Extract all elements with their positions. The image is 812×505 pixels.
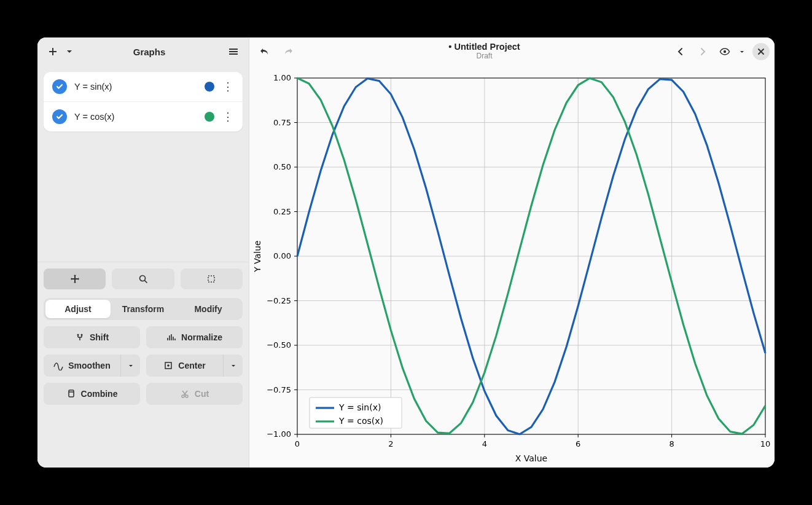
color-swatch[interactable] (205, 112, 214, 122)
cut-button: Cut (146, 383, 243, 405)
svg-text:Y = cos(x): Y = cos(x) (338, 416, 383, 426)
svg-text:−0.25: −0.25 (267, 296, 291, 305)
tab-modify[interactable]: Modify (176, 300, 241, 318)
redo-button[interactable] (278, 41, 299, 62)
shift-label: Shift (90, 332, 109, 342)
close-button[interactable] (752, 43, 770, 60)
svg-text:0.00: 0.00 (273, 251, 291, 260)
zoom-tool-button[interactable] (112, 268, 174, 289)
main-area: • Untitled Project Draft (249, 37, 775, 468)
svg-text:Y Value: Y Value (252, 240, 262, 272)
kebab-icon[interactable]: ⋮ (222, 111, 234, 122)
combine-button[interactable]: Combine (44, 383, 140, 405)
tab-adjust[interactable]: Adjust (45, 300, 111, 318)
svg-text:0.50: 0.50 (273, 162, 291, 171)
tool-mode-row (37, 262, 249, 294)
sidebar-title: Graphs (76, 47, 223, 57)
svg-text:−0.75: −0.75 (267, 385, 291, 394)
select-tool-button[interactable] (181, 268, 243, 289)
svg-rect-6 (69, 390, 74, 397)
graph-item-sin[interactable]: Y = sin(x) ⋮ (44, 72, 243, 101)
combine-label: Combine (81, 389, 118, 399)
svg-text:0.25: 0.25 (273, 207, 291, 216)
sidebar-header: Graphs (37, 37, 249, 66)
hamburger-menu-button[interactable] (223, 41, 244, 62)
sidebar: Graphs Y = sin(x) ⋮ Y (37, 37, 249, 468)
svg-text:8: 8 (669, 439, 674, 448)
check-icon[interactable] (52, 109, 67, 124)
undo-button[interactable] (254, 41, 275, 62)
main-header: • Untitled Project Draft (249, 37, 775, 66)
center-menu-caret[interactable] (223, 354, 243, 377)
svg-point-5 (168, 364, 170, 367)
graph-item-label: Y = cos(x) (74, 112, 197, 122)
smoothen-button[interactable]: Smoothen (44, 354, 120, 377)
smoothen-label: Smoothen (68, 361, 110, 370)
svg-text:−0.50: −0.50 (267, 340, 291, 350)
svg-text:X Value: X Value (515, 453, 548, 463)
svg-text:2: 2 (388, 439, 393, 448)
plot-area[interactable]: 0246810−1.00−0.75−0.50−0.250.000.250.500… (249, 66, 775, 468)
svg-text:−1.00: −1.00 (267, 429, 291, 439)
svg-text:6: 6 (576, 439, 580, 448)
view-menu-caret[interactable] (736, 41, 748, 62)
tab-transform[interactable]: Transform (111, 300, 176, 318)
view-menu-button[interactable] (714, 41, 735, 62)
normalize-button[interactable]: Normalize (146, 326, 243, 348)
operation-tabs: Adjust Transform Modify (44, 298, 243, 320)
check-icon[interactable] (52, 79, 67, 94)
operations-grid: Shift Normalize Smoothen Center (37, 326, 249, 412)
smoothen-menu-caret[interactable] (120, 354, 140, 377)
graph-item-label: Y = sin(x) (74, 82, 197, 92)
svg-text:1.00: 1.00 (273, 73, 291, 82)
chart-svg: 0246810−1.00−0.75−0.50−0.250.000.250.500… (249, 66, 775, 468)
title-block: • Untitled Project Draft (301, 42, 668, 60)
shift-button[interactable]: Shift (44, 326, 140, 348)
add-menu-caret[interactable] (63, 41, 76, 62)
add-button[interactable] (42, 41, 63, 62)
center-button[interactable]: Center (146, 354, 223, 377)
graph-list: Y = sin(x) ⋮ Y = cos(x) ⋮ (44, 72, 243, 131)
svg-point-9 (724, 50, 726, 53)
kebab-icon[interactable]: ⋮ (222, 81, 234, 92)
project-title: • Untitled Project (301, 42, 668, 52)
svg-text:10: 10 (760, 439, 771, 448)
normalize-label: Normalize (181, 332, 222, 342)
color-swatch[interactable] (205, 82, 214, 92)
cut-label: Cut (195, 389, 209, 399)
graph-item-cos[interactable]: Y = cos(x) ⋮ (44, 101, 243, 131)
pan-tool-button[interactable] (44, 268, 106, 289)
prev-button[interactable] (670, 41, 691, 62)
center-label: Center (178, 361, 205, 370)
project-subtitle: Draft (301, 52, 668, 60)
svg-text:0.75: 0.75 (273, 118, 291, 127)
svg-text:0: 0 (295, 439, 300, 448)
svg-text:4: 4 (482, 439, 487, 448)
svg-text:Y = sin(x): Y = sin(x) (338, 402, 381, 412)
next-button[interactable] (692, 41, 713, 62)
svg-rect-1 (208, 276, 214, 282)
app-window: Graphs Y = sin(x) ⋮ Y (37, 37, 775, 468)
